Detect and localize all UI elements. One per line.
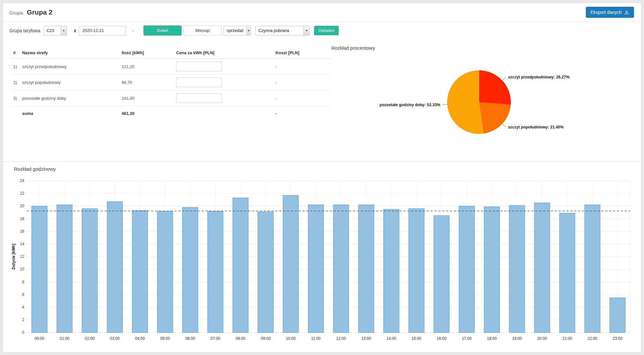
svg-text:2: 2 [22, 318, 24, 322]
day-button[interactable]: Dzień [143, 25, 182, 36]
svg-text:12: 12 [20, 254, 25, 259]
bar-section-title: Rozkład godzinowy [14, 166, 633, 172]
svg-text:16:00: 16:00 [437, 336, 447, 341]
zone-name: pozostałe godziny doby [20, 90, 119, 106]
pie-chart: szczyt przedpołudniowy: 26.27%szczyt pop… [331, 51, 633, 156]
table-header-row: # Nazwa strefy Ilość [kWh] Cena za kWh [… [11, 47, 331, 59]
bar-section: Rozkład godzinowy 0246810121416182022240… [3, 162, 641, 344]
chevron-right-icon: › [132, 26, 134, 35]
chevron-down-icon: ▾ [246, 26, 250, 35]
tariff-select[interactable]: C23 ▾ [44, 26, 67, 36]
zone-index: 1) [11, 59, 20, 75]
dashboard-panel: Grupa: Grupa 2 Eksport danych Grupa tary… [3, 3, 641, 352]
next-date-button[interactable]: › [129, 26, 136, 35]
chevron-down-icon: ▾ [303, 26, 309, 35]
svg-text:13:00: 13:00 [361, 336, 371, 341]
svg-text:04:00: 04:00 [135, 336, 145, 341]
price-input-zone-3[interactable] [176, 93, 222, 103]
zone-name: szczyt przedpołudniowy [20, 59, 119, 75]
svg-text:0: 0 [22, 330, 24, 335]
tariff-select-value: C23 [44, 26, 61, 35]
group-label: Grupa: [9, 10, 24, 15]
svg-text:06:00: 06:00 [185, 336, 195, 341]
svg-text:6: 6 [22, 292, 24, 297]
svg-text:08:00: 08:00 [236, 336, 245, 341]
zone-index: 2) [11, 75, 20, 90]
svg-text:02:00: 02:00 [85, 336, 95, 341]
table-row: 1) szczyt przedpołudniowy 121,20 - [11, 59, 331, 75]
page-title: Grupa: Grupa 2 [9, 8, 52, 16]
svg-text:4: 4 [22, 305, 24, 309]
svg-text:20: 20 [20, 204, 25, 208]
table-row: 3) pozostałe godziny doby 241,40 - [11, 90, 331, 106]
svg-text:19:00: 19:00 [512, 336, 522, 341]
zone-index: 3) [11, 90, 20, 106]
svg-text:14:00: 14:00 [386, 336, 396, 341]
hourly-bar-chart: 02468101214161820222400:0001:0002:0003:0… [11, 176, 633, 344]
export-button[interactable]: Eksport danych [586, 7, 634, 18]
download-icon [624, 10, 629, 15]
price-input-zone-2[interactable] [176, 77, 222, 87]
svg-text:07:00: 07:00 [210, 336, 220, 341]
svg-text:18:00: 18:00 [487, 336, 497, 341]
svg-text:24: 24 [20, 178, 25, 183]
svg-text:09:00: 09:00 [261, 336, 270, 341]
svg-text:22: 22 [20, 191, 25, 196]
svg-text:11:00: 11:00 [311, 336, 321, 341]
sum-label: suma [20, 106, 119, 121]
panel-header: Grupa: Grupa 2 Eksport danych [3, 3, 641, 22]
col-header-cost: Koszt [PLN] [273, 47, 332, 59]
date-input[interactable] [79, 26, 126, 36]
svg-text:23:00: 23:00 [613, 336, 622, 341]
chevron-down-icon: ▾ [61, 26, 67, 35]
col-header-name: Nazwa strefy [20, 47, 119, 59]
chevron-left-icon: ‹ [74, 26, 76, 35]
sale-select-value: sprzedaż [224, 26, 246, 35]
sum-cost: - [273, 106, 332, 121]
sum-index [11, 106, 20, 121]
refresh-button[interactable]: Odśwież [314, 26, 339, 35]
zone-amount: 121,20 [119, 59, 174, 75]
col-header-price: Cena za kWh [PLN] [174, 47, 273, 59]
svg-text:17:00: 17:00 [462, 336, 471, 341]
zone-cost: - [273, 90, 332, 106]
zone-name: szczyt popołudniowy [20, 75, 119, 90]
tariff-group-label: Grupa taryfowa [9, 28, 40, 33]
zone-amount: 241,40 [119, 90, 174, 106]
svg-text:12:00: 12:00 [336, 336, 346, 341]
col-header-index: # [11, 47, 20, 59]
svg-text:20:00: 20:00 [537, 336, 547, 341]
svg-text:szczyt popołudniowy: 21.40%: szczyt popołudniowy: 21.40% [508, 125, 564, 129]
col-header-amount: Ilość [kWh] [119, 47, 174, 59]
table-row: 2) szczyt popołudniowy 98,70 - [11, 75, 331, 90]
svg-text:10:00: 10:00 [286, 336, 296, 341]
svg-text:05:00: 05:00 [160, 336, 170, 341]
price-input-zone-1[interactable] [176, 62, 222, 71]
energy-type-select[interactable]: Czynna pobrana ▾ [255, 26, 310, 36]
zone-amount: 98,70 [119, 75, 174, 90]
zone-cost: - [273, 75, 332, 90]
month-button[interactable]: Miesiąc [184, 25, 222, 36]
sum-price-empty [174, 106, 273, 121]
export-button-label: Eksport danych [591, 10, 622, 15]
zone-cost: - [273, 59, 332, 75]
table-sum-row: suma 461,30 - [11, 106, 331, 121]
svg-text:00:00: 00:00 [35, 336, 44, 341]
energy-type-select-value: Czynna pobrana [256, 26, 303, 35]
sum-amount: 461,30 [119, 106, 174, 121]
group-name: Grupa 2 [27, 8, 52, 16]
svg-text:pozostałe godziny doby: 52.33%: pozostałe godziny doby: 52.33% [380, 103, 440, 107]
svg-text:18: 18 [20, 217, 25, 221]
svg-text:01:00: 01:00 [60, 336, 69, 341]
toolbar: Grupa taryfowa C23 ▾ ‹ › Dzień Miesiąc s… [3, 22, 641, 41]
svg-text:15:00: 15:00 [412, 336, 421, 341]
prev-date-button[interactable]: ‹ [71, 26, 79, 35]
svg-text:szczyt przedpołudniowy: 26.27%: szczyt przedpołudniowy: 26.27% [508, 75, 570, 79]
pie-section: Rozkład procentowy szczyt przedpołudniow… [331, 42, 633, 161]
sale-select[interactable]: sprzedaż ▾ [224, 26, 251, 36]
pie-section-title: Rozkład procentowy [331, 45, 633, 51]
svg-text:22:00: 22:00 [587, 336, 597, 341]
zones-table: # Nazwa strefy Ilość [kWh] Cena za kWh [… [11, 47, 331, 121]
svg-text:03:00: 03:00 [110, 336, 120, 341]
svg-text:8: 8 [22, 280, 24, 284]
